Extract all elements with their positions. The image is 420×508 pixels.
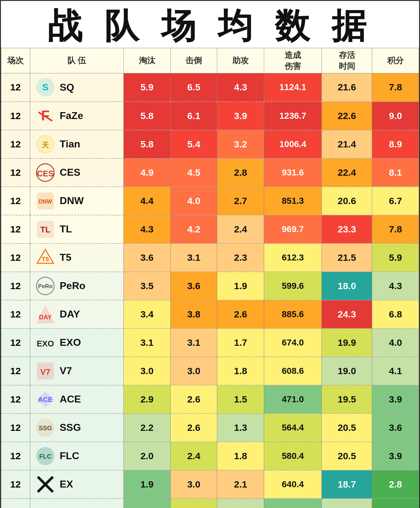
cell-assist: 1.5 — [217, 385, 264, 414]
header-matches: 场次 — [1, 48, 30, 73]
svg-text:DNW: DNW — [38, 198, 52, 205]
cell-matches: 12 — [1, 243, 30, 272]
cell-assist: 1.8 — [217, 442, 264, 470]
team-logo: EXO — [34, 331, 57, 354]
cell-knock: 3.8 — [170, 300, 217, 328]
table-row: 12 EX 1.9 3.0 2.1 640.4 18.7 2.8 — [1, 470, 419, 499]
cell-team: F FaZe — [30, 102, 123, 130]
cell-assist: 3.2 — [217, 130, 264, 158]
cell-elim: 2.9 — [123, 385, 170, 414]
cell-matches: 12 — [1, 102, 30, 130]
svg-text:PeRo: PeRo — [38, 283, 53, 289]
cell-team: DNW DNW — [30, 187, 123, 215]
team-name: TL — [60, 223, 72, 235]
cell-score: 2.8 — [372, 470, 419, 499]
cell-team: TL TL — [30, 215, 123, 243]
cell-damage: 1006.4 — [264, 130, 322, 158]
cell-assist: 1.3 — [217, 414, 264, 442]
cell-damage: 599.6 — [264, 272, 322, 300]
team-logo: DNW — [34, 190, 57, 212]
cell-assist: 1.7 — [217, 328, 264, 357]
cell-assist: 1.1 — [217, 499, 264, 508]
cell-team: DAY DAY — [30, 300, 123, 328]
cell-elim: 3.0 — [123, 357, 170, 385]
cell-knock: 2.6 — [170, 414, 217, 442]
cell-team: 天 Tian — [30, 130, 123, 158]
table-row: 12 EXO EXO 3.1 3.1 1.7 674.0 19.9 4.0 — [1, 328, 419, 357]
cell-survive: 21.4 — [322, 130, 372, 158]
cell-survive: 18.0 — [322, 272, 372, 300]
cell-survive: 19.4 — [322, 499, 372, 508]
cell-score: 4.3 — [372, 272, 419, 300]
cell-score: 6.8 — [372, 300, 419, 328]
cell-team: PeRo PeRo — [30, 272, 123, 300]
cell-damage: 674.0 — [264, 328, 322, 357]
header-assist: 助攻 — [217, 48, 264, 73]
cell-matches: 12 — [1, 328, 30, 357]
header-elim: 淘汰 — [123, 48, 170, 73]
cell-survive: 23.3 — [322, 215, 372, 243]
cell-assist: 2.7 — [217, 187, 264, 215]
page-title: 战 队 场 均 数 据 — [1, 1, 419, 48]
cell-survive: 22.6 — [322, 102, 372, 130]
cell-matches: 12 — [1, 414, 30, 442]
svg-text:CES: CES — [37, 169, 54, 178]
cell-score: 4.0 — [372, 328, 419, 357]
cell-matches: 12 — [1, 499, 30, 508]
cell-elim: 3.5 — [123, 272, 170, 300]
cell-knock: 3.0 — [170, 470, 217, 499]
cell-knock: 2.4 — [170, 442, 217, 470]
team-logo — [34, 473, 57, 496]
team-name: EX — [60, 478, 73, 490]
cell-damage: 931.6 — [264, 158, 322, 187]
cell-knock: 3.1 — [170, 328, 217, 357]
svg-text:天: 天 — [42, 141, 49, 149]
cell-score: 3.9 — [372, 442, 419, 470]
cell-score: 9.0 — [372, 102, 419, 130]
cell-matches: 12 — [1, 300, 30, 328]
table-row: 12 PeRo PeRo 3.5 3.6 1.9 599.6 18.0 4.3 — [1, 272, 419, 300]
cell-assist: 2.4 — [217, 215, 264, 243]
cell-score: 7.8 — [372, 73, 419, 102]
cell-elim: 3.6 — [123, 243, 170, 272]
cell-score: 4.1 — [372, 357, 419, 385]
team-name: DK — [60, 507, 74, 508]
cell-damage: 612.3 — [264, 243, 322, 272]
team-logo: S — [34, 76, 57, 99]
table-row: 12 CES CES 4.9 4.5 2.8 931.6 22.4 8.1 — [1, 158, 419, 187]
cell-team: SSG SSG — [30, 414, 123, 442]
cell-damage: 564.4 — [264, 414, 322, 442]
cell-elim: 4.4 — [123, 187, 170, 215]
svg-text:TL: TL — [40, 225, 50, 234]
team-logo: 天 — [34, 133, 57, 156]
team-logo: FLC — [34, 445, 57, 467]
cell-matches: 12 — [1, 357, 30, 385]
cell-damage: 1124.1 — [264, 73, 322, 102]
cell-knock: 3.0 — [170, 357, 217, 385]
team-logo: TL — [34, 218, 57, 241]
cell-damage: 1236.7 — [264, 102, 322, 130]
team-name: EXO — [60, 337, 81, 348]
table-container: 场次 队 伍 淘汰 击倒 助攻 造成伤害 存活时间 积分 12 S SQ 5.9… — [1, 48, 419, 508]
cell-damage: 608.6 — [264, 357, 322, 385]
cell-elim: 5.8 — [123, 102, 170, 130]
table-row: 12 DNW DNW 4.4 4.0 2.7 851.3 20.6 6.7 — [1, 187, 419, 215]
svg-text:SSG: SSG — [38, 425, 52, 431]
cell-elim: 3.4 — [123, 300, 170, 328]
cell-knock: 6.5 — [170, 73, 217, 102]
main-container: 战 队 场 均 数 据 场次 队 伍 淘汰 击倒 助攻 造成伤害 存活时间 积分… — [0, 0, 420, 508]
cell-score: 8.9 — [372, 130, 419, 158]
team-logo: CES — [34, 161, 57, 184]
team-name: SQ — [60, 82, 74, 93]
cell-team: EX — [30, 470, 123, 499]
cell-knock: 6.1 — [170, 102, 217, 130]
cell-elim: 2.2 — [123, 414, 170, 442]
cell-elim: 1.9 — [123, 499, 170, 508]
team-logo: ACE — [34, 388, 57, 411]
svg-text:T5: T5 — [42, 256, 49, 263]
table-row: 12 V7 V7 3.0 3.0 1.8 608.6 19.0 4.1 — [1, 357, 419, 385]
team-name: CES — [60, 167, 81, 178]
svg-text:ACE: ACE — [38, 396, 52, 403]
team-name: DAY — [60, 308, 80, 320]
team-name: SSG — [60, 422, 81, 433]
